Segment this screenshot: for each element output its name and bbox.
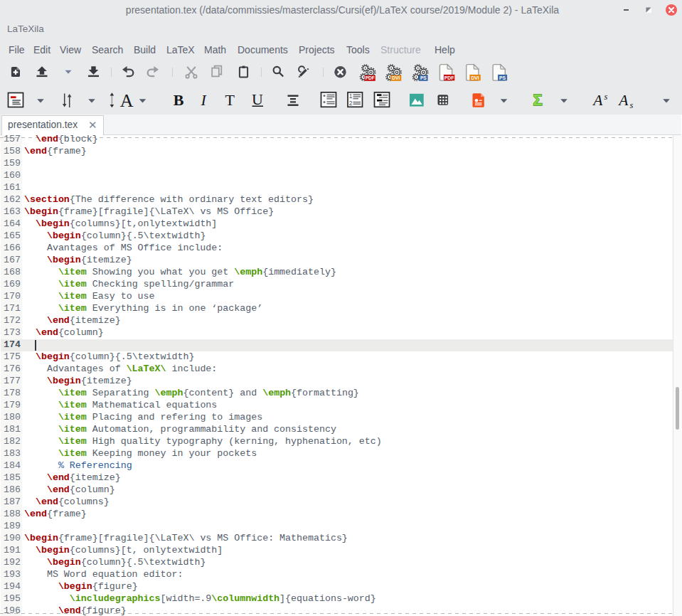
svg-text:PS: PS	[499, 75, 506, 80]
svg-text:2: 2	[349, 100, 353, 107]
svg-text:s: s	[604, 92, 608, 102]
svg-text:A: A	[120, 90, 134, 111]
svg-text:DVI: DVI	[471, 75, 479, 80]
svg-text:PDF: PDF	[366, 75, 375, 80]
svg-text:I: I	[201, 91, 208, 109]
svg-text:1: 1	[349, 92, 353, 100]
svg-text:s: s	[630, 100, 634, 110]
svg-text:DVI: DVI	[392, 75, 400, 80]
svg-text:U: U	[252, 90, 263, 108]
svg-text:T: T	[225, 91, 235, 109]
svg-text:A: A	[617, 92, 629, 109]
svg-text:PS: PS	[420, 75, 427, 80]
svg-text:A: A	[592, 92, 603, 109]
svg-text:B: B	[174, 91, 184, 109]
svg-text:PDF: PDF	[444, 75, 454, 80]
svg-text:Σ: Σ	[533, 91, 543, 109]
